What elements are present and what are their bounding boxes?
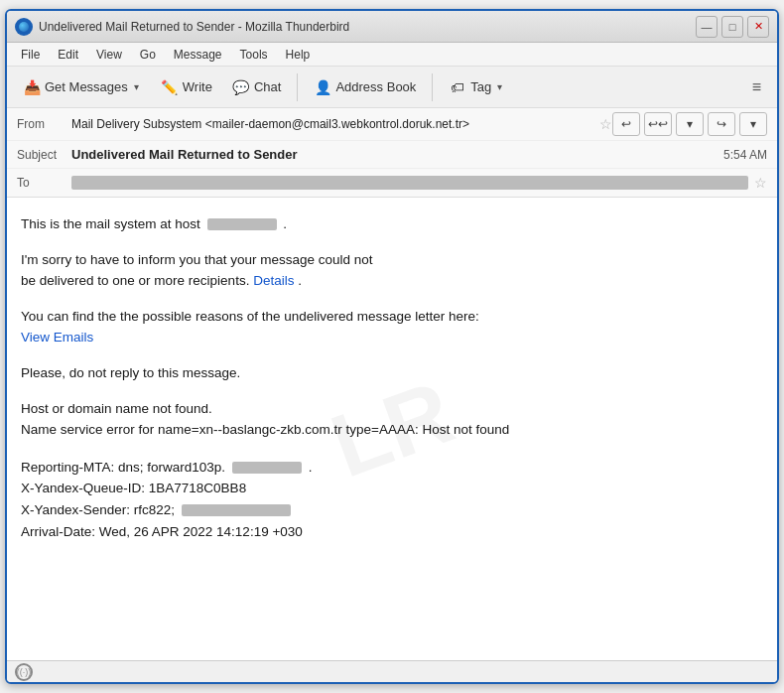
forward-button[interactable]: ↪ (708, 112, 735, 136)
yandex-sender-blurred (182, 504, 291, 516)
menu-file[interactable]: File (13, 46, 48, 64)
statusbar: ((·)) (7, 660, 777, 682)
close-button[interactable]: ✕ (747, 16, 769, 38)
chat-label: Chat (254, 79, 281, 94)
from-label: From (17, 117, 71, 131)
menu-edit[interactable]: Edit (50, 46, 86, 64)
reply-all-button[interactable]: ↩↩ (644, 112, 672, 136)
paragraph-2: I'm sorry to have to inform you that you… (21, 249, 763, 292)
main-window: Undelivered Mail Returned to Sender - Mo… (5, 9, 779, 684)
toolbar-separator-1 (297, 73, 298, 101)
tag-label: Tag (470, 79, 491, 94)
host-blurred (207, 218, 277, 230)
tag-icon: 🏷 (449, 78, 466, 96)
para2-line2: be delivered to one or more recipients. (21, 273, 249, 288)
get-messages-button[interactable]: 📥 Get Messages ▾ (15, 73, 149, 100)
paragraph-3: You can find the the possible reasons of… (21, 306, 763, 348)
email-header: From Mail Delivery Subsystem <mailer-dae… (7, 108, 777, 198)
paragraph-5: Host or domain name not found. Name serv… (21, 398, 763, 441)
subject-label: Subject (17, 148, 71, 162)
nav-buttons: ↩ ↩↩ ▾ ↪ ▾ (612, 112, 767, 136)
details-link[interactable]: Details (253, 273, 294, 288)
menu-tools[interactable]: Tools (232, 46, 276, 64)
write-icon: ✏️ (161, 78, 179, 96)
reporting-mta-blurred (232, 462, 302, 474)
para3-text: You can find the the possible reasons of… (21, 309, 479, 324)
toolbar-separator-2 (432, 73, 433, 101)
chat-button[interactable]: 💬 Chat (224, 74, 289, 100)
signal-icon: ((·)) (15, 663, 33, 681)
prev-button[interactable]: ▾ (676, 112, 704, 136)
write-label: Write (183, 79, 212, 94)
subject-row: Subject Undelivered Mail Returned to Sen… (7, 141, 777, 169)
from-value: Mail Delivery Subsystem <mailer-daemon@c… (71, 117, 593, 131)
menubar: File Edit View Go Message Tools Help (7, 43, 777, 67)
menu-message[interactable]: Message (166, 46, 230, 64)
app-icon (15, 18, 33, 36)
para4-text: Please, do not reply to this message. (21, 365, 240, 380)
paragraph-1: This is the mail system at host . (21, 213, 763, 235)
address-book-icon: 👤 (314, 78, 331, 96)
address-book-label: Address Book (335, 79, 416, 94)
window-title: Undelivered Mail Returned to Sender - Mo… (39, 20, 696, 34)
to-value (71, 176, 748, 190)
queue-id: X-Yandex-Queue-ID: 1BA7718C0BB8 (21, 481, 246, 495)
line1-text: This is the mail system at host (21, 216, 200, 231)
reporting-mta-label: Reporting-MTA: dns; forward103p. (21, 460, 225, 475)
menu-go[interactable]: Go (132, 46, 164, 64)
para5-line1: Host or domain name not found. (21, 401, 212, 416)
paragraph-4: Please, do not reply to this message. (21, 362, 763, 384)
tag-button[interactable]: 🏷 Tag ▾ (441, 73, 512, 100)
line1-end: . (283, 216, 287, 231)
menu-view[interactable]: View (88, 46, 130, 64)
email-content: This is the mail system at host . I'm so… (21, 213, 763, 542)
get-messages-label: Get Messages (45, 79, 128, 94)
yandex-sender-label: X-Yandex-Sender: rfc822; (21, 502, 175, 517)
get-messages-dropdown[interactable]: ▾ (132, 77, 141, 96)
address-book-button[interactable]: 👤 Address Book (306, 74, 424, 100)
reply-button[interactable]: ↩ (612, 112, 640, 136)
tag-dropdown[interactable]: ▾ (495, 77, 504, 96)
email-body: LR This is the mail system at host . I'm… (7, 198, 777, 660)
maximize-button[interactable]: □ (721, 16, 743, 38)
get-messages-icon: 📥 (23, 78, 41, 96)
titlebar: Undelivered Mail Returned to Sender - Mo… (7, 11, 777, 43)
toolbar: 📥 Get Messages ▾ ✏️ Write 💬 Chat 👤 Addre… (7, 67, 777, 108)
email-time: 5:54 AM (723, 148, 767, 162)
subject-value: Undelivered Mail Returned to Sender (71, 147, 723, 162)
write-button[interactable]: ✏️ Write (153, 74, 220, 100)
from-row: From Mail Delivery Subsystem <mailer-dae… (7, 108, 777, 141)
to-label: To (17, 176, 71, 190)
arrival-date: Arrival-Date: Wed, 26 APR 2022 14:12:19 … (21, 524, 303, 539)
view-emails-link[interactable]: View Emails (21, 330, 93, 345)
para2-end: . (298, 273, 302, 288)
to-row: To ☆ (7, 169, 777, 197)
star-icon[interactable]: ☆ (599, 116, 612, 132)
reporting-mta-end: . (309, 460, 313, 475)
window-controls: — □ ✕ (696, 16, 769, 38)
hamburger-menu[interactable]: ≡ (744, 74, 769, 100)
para5-line2: Name service error for name=xn--baslangc… (21, 422, 509, 437)
para2-line1: I'm sorry to have to inform you that you… (21, 252, 373, 267)
menu-help[interactable]: Help (278, 46, 319, 64)
chat-icon: 💬 (232, 78, 250, 96)
minimize-button[interactable]: — (696, 16, 718, 38)
to-star-icon[interactable]: ☆ (754, 175, 767, 191)
technical-info: Reporting-MTA: dns; forward103p. . X-Yan… (21, 457, 763, 542)
more-button[interactable]: ▾ (739, 112, 767, 136)
